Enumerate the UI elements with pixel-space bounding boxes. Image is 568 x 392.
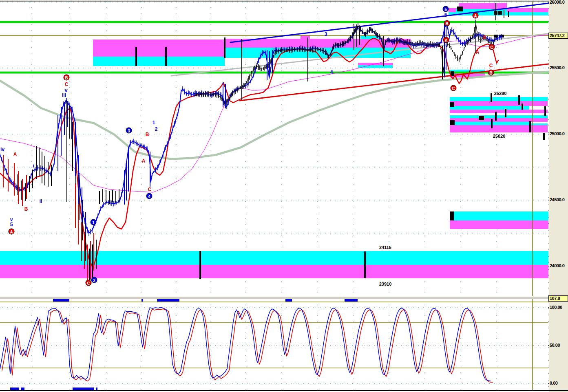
magenta-ma	[0, 35, 548, 192]
supply-demand-zone	[450, 97, 548, 101]
wave-label-B: B	[146, 132, 149, 137]
wave-label-iv: iv	[0, 147, 4, 152]
wave-label-ii: ii	[40, 198, 42, 204]
supply-demand-zone	[301, 35, 310, 39]
zone-price-label: 23910	[379, 282, 392, 286]
wave-label-A: A	[142, 158, 146, 164]
supply-demand-zone	[450, 125, 548, 132]
supply-demand-zone	[0, 265, 548, 278]
wave-label-circled-5: 5	[443, 6, 449, 12]
wave-label-2: 2	[155, 126, 158, 132]
supply-demand-zone	[450, 211, 548, 220]
price-axis-label: 25500.0	[550, 65, 564, 70]
oscillator-axis-label: 100.00	[550, 305, 562, 310]
wave-label-circled-B: B	[488, 70, 494, 76]
supply-demand-zone	[450, 115, 548, 118]
supply-demand-zone	[450, 110, 548, 113]
wave-label-i: i	[33, 163, 34, 169]
wave-label-circled-C: C	[489, 44, 495, 50]
supply-demand-zone	[93, 57, 225, 66]
supply-demand-zone	[450, 118, 548, 122]
wave-label-circled-3: 3	[126, 128, 132, 134]
wave-label-4: 4	[330, 69, 333, 75]
price-axis-label: 24000.0	[550, 263, 564, 268]
supply-demand-zone	[450, 220, 548, 229]
black-price-series	[195, 23, 498, 104]
wave-label-circled-2: 2	[91, 277, 97, 283]
wave-label-C: C	[65, 81, 69, 87]
current-oscillator-box: 107.8	[548, 295, 568, 302]
wave-label-circled-A: A	[443, 37, 449, 43]
wave-label-circled-A: A	[9, 229, 15, 235]
wave-label-5: 5	[444, 12, 447, 18]
supply-demand-zone	[449, 8, 457, 12]
supply-demand-zone	[450, 106, 529, 110]
wave-label-C: C	[489, 63, 493, 68]
price-marker-square	[450, 120, 455, 125]
price-marker-square	[450, 102, 454, 107]
zone-price-label: 24115	[379, 245, 391, 250]
price-axis-strip[interactable]	[549, 0, 568, 392]
wave-label-B: B	[483, 35, 486, 40]
wave-label-A: A	[13, 152, 17, 157]
price-pane[interactable]	[0, 0, 568, 392]
wave-label-5: 5	[10, 222, 13, 227]
price-marker-square	[450, 211, 454, 220]
price-marker-square	[479, 116, 484, 120]
price-marker-square	[498, 11, 502, 15]
zone-price-label: 25020	[493, 134, 506, 139]
wave-label-iii: iii	[62, 92, 66, 98]
wave-label-3: 3	[325, 31, 327, 37]
supply-demand-zone	[93, 40, 225, 57]
zone-price-label: 25280	[494, 91, 507, 96]
supply-demand-zone	[450, 101, 548, 106]
supply-demand-zone	[0, 251, 548, 265]
price-axis-label: 26000.0	[550, 0, 564, 4]
wave-label-circled-4: 4	[146, 193, 152, 199]
wave-label-circled-B: B	[64, 75, 70, 81]
red-channel-lower	[240, 63, 555, 101]
current-price-box: 25747.2	[548, 33, 568, 39]
wave-label-circled-A: A	[473, 13, 479, 19]
price-marker-square	[457, 7, 463, 11]
wave-label-circled-B: B	[444, 20, 450, 26]
wave-label-1: 1	[152, 120, 155, 126]
chart-window: 26000.025500.025000.024500.024000.0100.0…	[0, 0, 568, 392]
price-marker-square	[451, 71, 454, 76]
window-bottom-border	[0, 390, 568, 391]
wave-label-B: B	[24, 206, 28, 212]
wave-label-circled-C: C	[451, 85, 457, 91]
wave-label-C: C	[148, 187, 152, 192]
price-axis-label: 25000.0	[550, 131, 564, 136]
wave-label-circled-1: 1	[91, 219, 97, 225]
wave-label-A: A	[476, 49, 480, 55]
supply-demand-zone	[358, 65, 393, 68]
oscillator-axis-label: 0.00	[550, 381, 557, 385]
supply-demand-zone	[459, 3, 507, 9]
wave-label-circled-C: C	[86, 280, 92, 286]
price-axis-label: 24500.0	[550, 197, 564, 202]
pane-splitter[interactable]	[0, 296, 568, 299]
oscillator-axis-label: 50.00	[550, 343, 560, 348]
